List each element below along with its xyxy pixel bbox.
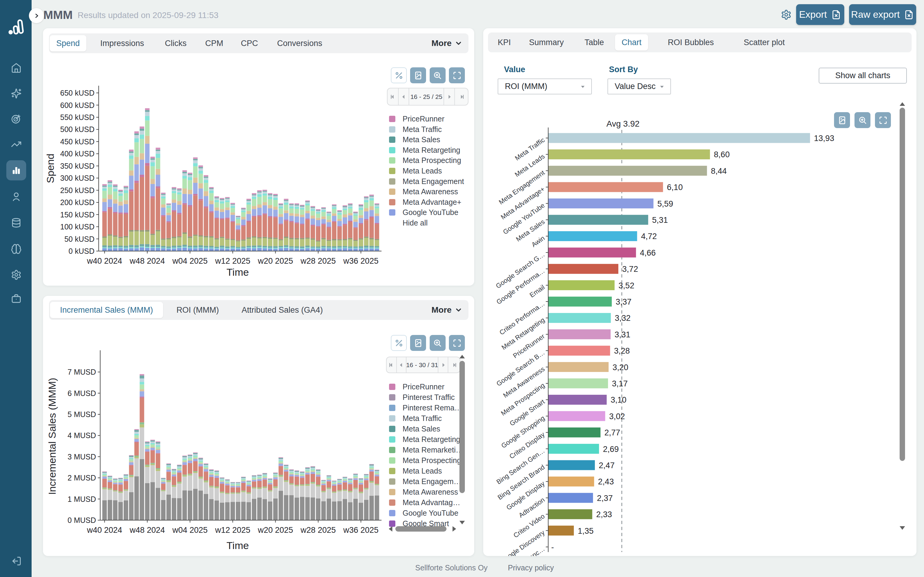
svg-text:5,59: 5,59 xyxy=(657,199,674,208)
svg-text:3,31: 3,31 xyxy=(615,330,631,339)
svg-text:0 MUSD: 0 MUSD xyxy=(68,516,96,524)
svg-text:550 kUSD: 550 kUSD xyxy=(60,113,94,121)
svg-text:4,72: 4,72 xyxy=(641,232,657,241)
svg-text:1 MUSD: 1 MUSD xyxy=(68,495,96,503)
svg-text:3,32: 3,32 xyxy=(615,314,631,322)
svg-text:3,52: 3,52 xyxy=(619,281,635,290)
svg-text:w20 2025: w20 2025 xyxy=(258,525,293,535)
svg-text:2,69: 2,69 xyxy=(603,445,619,454)
svg-text:3,37: 3,37 xyxy=(615,297,632,306)
svg-text:Incremental Sales (MMM): Incremental Sales (MMM) xyxy=(46,378,58,495)
svg-text:Spend: Spend xyxy=(45,154,56,183)
svg-text:3,17: 3,17 xyxy=(612,379,628,388)
svg-text:500 kUSD: 500 kUSD xyxy=(60,125,94,134)
svg-text:650 kUSD: 650 kUSD xyxy=(60,89,94,97)
svg-text:Email: Email xyxy=(528,283,546,299)
svg-text:2 MUSD: 2 MUSD xyxy=(68,474,96,482)
svg-text:1,35: 1,35 xyxy=(578,527,594,535)
svg-text:350 kUSD: 350 kUSD xyxy=(60,162,94,170)
svg-text:w12 2025: w12 2025 xyxy=(215,525,250,535)
svg-text:5,31: 5,31 xyxy=(652,216,668,225)
svg-text:100 kUSD: 100 kUSD xyxy=(60,222,94,231)
svg-text:w48 2024: w48 2024 xyxy=(129,525,165,535)
svg-text:w28 2025: w28 2025 xyxy=(300,256,336,266)
svg-text:4 MUSD: 4 MUSD xyxy=(68,431,96,440)
svg-text:7 MUSD: 7 MUSD xyxy=(68,368,96,376)
svg-text:-: - xyxy=(551,543,554,552)
svg-text:3,28: 3,28 xyxy=(614,347,630,355)
svg-text:5 MUSD: 5 MUSD xyxy=(68,410,96,419)
svg-text:150 kUSD: 150 kUSD xyxy=(60,211,94,219)
svg-text:w20 2025: w20 2025 xyxy=(258,256,293,266)
svg-text:w28 2025: w28 2025 xyxy=(300,525,336,535)
svg-text:8,60: 8,60 xyxy=(714,150,730,159)
svg-text:w04 2025: w04 2025 xyxy=(172,525,208,535)
svg-text:450 kUSD: 450 kUSD xyxy=(60,137,94,146)
svg-text:w48 2024: w48 2024 xyxy=(129,256,165,266)
svg-text:3 MUSD: 3 MUSD xyxy=(68,453,96,461)
svg-text:3,72: 3,72 xyxy=(622,264,638,274)
svg-text:400 kUSD: 400 kUSD xyxy=(60,150,94,158)
svg-text:2,33: 2,33 xyxy=(596,510,612,519)
svg-text:200 kUSD: 200 kUSD xyxy=(60,198,94,206)
svg-text:w04 2025: w04 2025 xyxy=(172,256,208,266)
svg-text:Awin: Awin xyxy=(530,234,546,249)
svg-text:3,02: 3,02 xyxy=(609,412,625,421)
svg-text:6,10: 6,10 xyxy=(667,183,683,192)
svg-text:3,10: 3,10 xyxy=(611,395,627,405)
svg-text:2,37: 2,37 xyxy=(597,494,613,503)
svg-text:4,66: 4,66 xyxy=(640,248,656,257)
svg-text:w40 2024: w40 2024 xyxy=(87,525,122,535)
svg-text:6 MUSD: 6 MUSD xyxy=(68,389,96,398)
svg-text:Time: Time xyxy=(226,266,249,278)
svg-text:2,43: 2,43 xyxy=(598,477,614,486)
svg-text:8,44: 8,44 xyxy=(711,167,727,176)
svg-text:13,93: 13,93 xyxy=(814,134,834,143)
svg-text:2,77: 2,77 xyxy=(604,428,620,437)
svg-text:w12 2025: w12 2025 xyxy=(215,256,250,266)
svg-text:3,20: 3,20 xyxy=(612,363,628,372)
svg-text:Time: Time xyxy=(226,540,249,551)
svg-text:Avg 3.92: Avg 3.92 xyxy=(607,119,640,128)
svg-text:600 kUSD: 600 kUSD xyxy=(60,101,94,110)
svg-text:0 kUSD: 0 kUSD xyxy=(69,247,94,255)
svg-text:50 kUSD: 50 kUSD xyxy=(65,235,94,243)
svg-text:2,47: 2,47 xyxy=(599,461,615,470)
svg-text:w36 2025: w36 2025 xyxy=(343,256,378,266)
svg-text:300 kUSD: 300 kUSD xyxy=(60,174,94,182)
svg-text:w40 2024: w40 2024 xyxy=(87,256,122,266)
svg-text:250 kUSD: 250 kUSD xyxy=(60,186,94,195)
svg-text:w36 2025: w36 2025 xyxy=(343,525,378,535)
